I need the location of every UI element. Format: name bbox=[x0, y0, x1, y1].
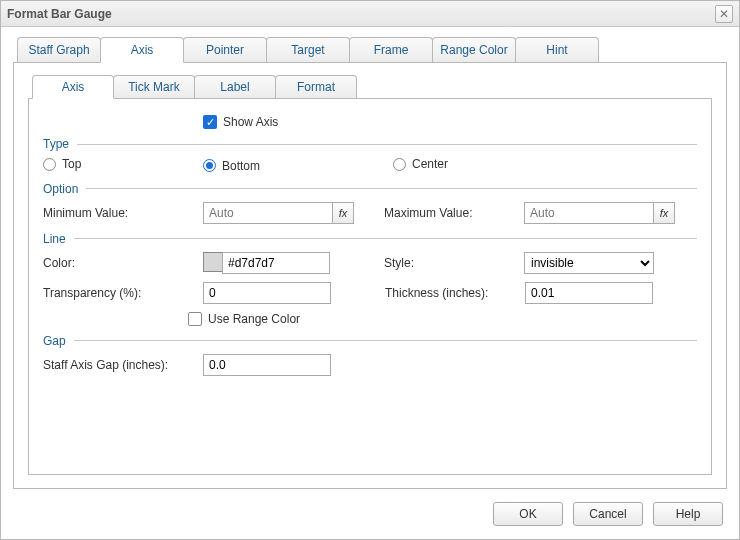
sub-panel: ✓ Show Axis Type Top bbox=[28, 98, 712, 475]
min-value-label: Minimum Value: bbox=[43, 206, 203, 220]
max-value-input[interactable] bbox=[524, 202, 654, 224]
transparency-label: Transparency (%): bbox=[43, 286, 203, 300]
gap-input[interactable] bbox=[203, 354, 331, 376]
section-gap-label: Gap bbox=[43, 334, 66, 348]
content-area: Staff Graph Axis Pointer Target Frame Ra… bbox=[1, 27, 739, 489]
radio-bottom[interactable]: Bottom bbox=[203, 159, 260, 173]
section-type-label: Type bbox=[43, 137, 69, 151]
cancel-button[interactable]: Cancel bbox=[573, 502, 643, 526]
max-value-label: Maximum Value: bbox=[384, 206, 524, 220]
fx-button-min[interactable]: fx bbox=[332, 202, 354, 224]
radio-center[interactable]: Center bbox=[393, 157, 448, 171]
main-panel: Axis Tick Mark Label Format ✓ Show Axis … bbox=[13, 62, 727, 489]
section-option: Option bbox=[43, 182, 697, 196]
sub-tabbar: Axis Tick Mark Label Format bbox=[32, 75, 712, 98]
radio-icon bbox=[43, 158, 56, 171]
show-axis-checkbox[interactable]: ✓ bbox=[203, 115, 217, 129]
section-gap: Gap bbox=[43, 334, 697, 348]
fx-icon: fx bbox=[339, 207, 348, 219]
thickness-label: Thickness (inches): bbox=[385, 286, 525, 300]
tab-axis[interactable]: Axis bbox=[100, 37, 184, 63]
show-axis-label: Show Axis bbox=[223, 115, 278, 129]
tab-hint[interactable]: Hint bbox=[515, 37, 599, 62]
subtab-tick-mark[interactable]: Tick Mark bbox=[113, 75, 195, 98]
style-label: Style: bbox=[384, 256, 524, 270]
divider bbox=[77, 144, 697, 145]
style-select[interactable]: invisible bbox=[524, 252, 654, 274]
thickness-input[interactable] bbox=[525, 282, 653, 304]
window-title: Format Bar Gauge bbox=[7, 7, 715, 21]
close-button[interactable]: ✕ bbox=[715, 5, 733, 23]
radio-icon bbox=[203, 159, 216, 172]
section-line: Line bbox=[43, 232, 697, 246]
subtab-axis[interactable]: Axis bbox=[32, 75, 114, 99]
color-picker[interactable] bbox=[203, 252, 330, 274]
section-line-label: Line bbox=[43, 232, 66, 246]
tab-frame[interactable]: Frame bbox=[349, 37, 433, 62]
transparency-input[interactable] bbox=[203, 282, 331, 304]
color-input[interactable] bbox=[222, 252, 330, 274]
use-range-color-label: Use Range Color bbox=[208, 312, 300, 326]
section-type: Type bbox=[43, 137, 697, 151]
titlebar: Format Bar Gauge ✕ bbox=[1, 1, 739, 27]
dialog-window: Format Bar Gauge ✕ Staff Graph Axis Poin… bbox=[0, 0, 740, 540]
color-label: Color: bbox=[43, 256, 203, 270]
radio-top-label: Top bbox=[62, 157, 81, 171]
button-bar: OK Cancel Help bbox=[1, 489, 739, 539]
tab-range-color[interactable]: Range Color bbox=[432, 37, 516, 62]
subtab-label[interactable]: Label bbox=[194, 75, 276, 98]
divider bbox=[74, 340, 697, 341]
tab-pointer[interactable]: Pointer bbox=[183, 37, 267, 62]
radio-top[interactable]: Top bbox=[43, 157, 81, 171]
use-range-color-checkbox[interactable] bbox=[188, 312, 202, 326]
fx-icon: fx bbox=[660, 207, 669, 219]
fx-button-max[interactable]: fx bbox=[653, 202, 675, 224]
radio-bottom-label: Bottom bbox=[222, 159, 260, 173]
min-value-input[interactable] bbox=[203, 202, 333, 224]
close-icon: ✕ bbox=[719, 7, 729, 21]
section-option-label: Option bbox=[43, 182, 78, 196]
gap-label: Staff Axis Gap (inches): bbox=[43, 358, 203, 372]
tab-target[interactable]: Target bbox=[266, 37, 350, 62]
divider bbox=[74, 238, 697, 239]
divider bbox=[86, 188, 697, 189]
ok-button[interactable]: OK bbox=[493, 502, 563, 526]
help-button[interactable]: Help bbox=[653, 502, 723, 526]
main-tabbar: Staff Graph Axis Pointer Target Frame Ra… bbox=[17, 37, 727, 62]
radio-center-label: Center bbox=[412, 157, 448, 171]
color-swatch bbox=[203, 252, 223, 272]
radio-icon bbox=[393, 158, 406, 171]
subtab-format[interactable]: Format bbox=[275, 75, 357, 98]
tab-staff-graph[interactable]: Staff Graph bbox=[17, 37, 101, 62]
